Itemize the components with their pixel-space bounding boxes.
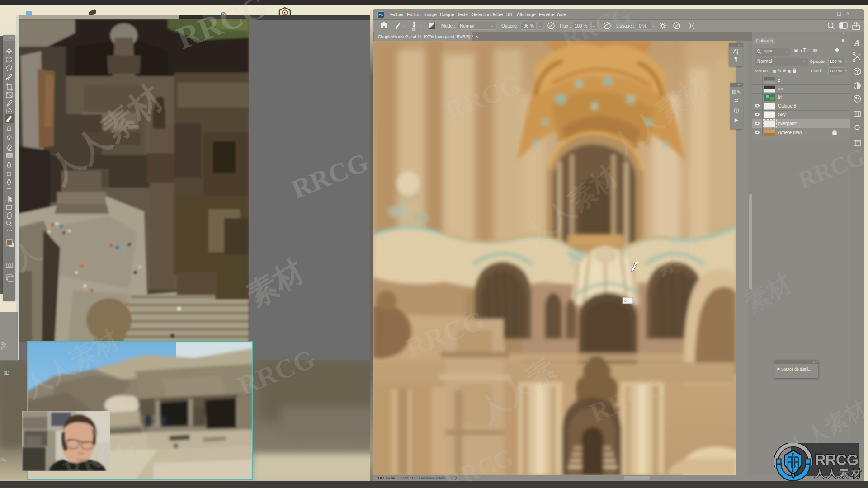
svg-text:id: id (778, 95, 782, 100)
svg-text:RRCG: RRCG (815, 451, 858, 468)
svg-text:Arrière-plan: Arrière-plan (778, 130, 802, 135)
svg-text:A: A (854, 38, 860, 47)
svg-text:Mode :: Mode : (441, 23, 455, 28)
svg-text:人人素材: 人人素材 (814, 468, 863, 479)
svg-text:⌄: ⌄ (420, 24, 423, 28)
svg-text:ao: ao (778, 86, 783, 91)
svg-text:⌄: ⌄ (403, 24, 406, 28)
svg-text:96 %: 96 % (524, 23, 534, 28)
svg-text:Lissage :: Lissage : (616, 23, 634, 28)
svg-text:⌄: ⌄ (538, 23, 542, 28)
svg-text:0 %: 0 % (639, 23, 646, 28)
svg-text:Flux :: Flux : (560, 23, 571, 28)
svg-text:30: 30 (412, 28, 415, 32)
svg-text:⌄: ⌄ (592, 23, 596, 28)
svg-text:⌄: ⌄ (490, 23, 494, 28)
svg-text:Calque 8: Calque 8 (778, 103, 796, 108)
svg-text:Sky: Sky (778, 112, 786, 117)
svg-text:100 %: 100 % (575, 23, 587, 28)
svg-text:overpaint: overpaint (778, 121, 797, 126)
svg-text:⌄: ⌄ (849, 23, 852, 28)
svg-text:Normal: Normal (460, 23, 474, 28)
svg-text:⌄: ⌄ (652, 23, 656, 28)
svg-text:z: z (778, 78, 780, 83)
svg-text:Opacité :: Opacité : (501, 23, 519, 28)
svg-text:0: 0 (624, 299, 627, 303)
